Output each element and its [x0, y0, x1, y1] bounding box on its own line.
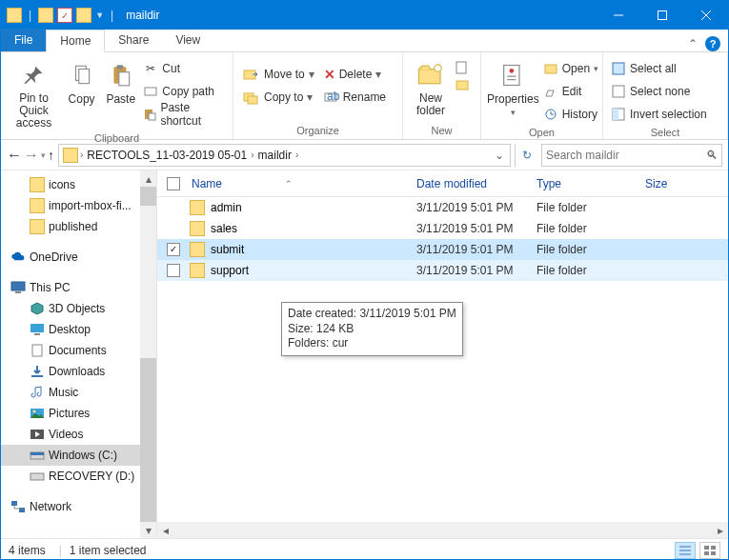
- paste-button[interactable]: Paste: [102, 56, 139, 106]
- tab-view[interactable]: View: [162, 29, 213, 51]
- ribbon: Pin to Quick access Copy Paste ✂Cut Copy…: [1, 52, 728, 140]
- easy-access-icon[interactable]: [455, 77, 470, 92]
- chevron-down-icon: ▾: [309, 68, 314, 81]
- col-name-header[interactable]: Name⌃: [190, 177, 416, 190]
- copy-path-button[interactable]: Copy path: [141, 81, 227, 102]
- select-none-icon: [611, 84, 626, 99]
- pin-to-quick-access-button[interactable]: Pin to Quick access: [7, 56, 61, 130]
- qa-check-icon[interactable]: ✓: [57, 8, 72, 23]
- tree-item[interactable]: Desktop: [1, 319, 140, 340]
- breadcrumb-part[interactable]: RECTOOLS_11-03-2019 05-01: [83, 149, 251, 162]
- address-bar[interactable]: › RECTOOLS_11-03-2019 05-01 › maildir › …: [58, 144, 511, 167]
- rename-button[interactable]: abRename: [320, 87, 390, 108]
- cut-button[interactable]: ✂Cut: [141, 58, 227, 79]
- drive-icon: [30, 469, 45, 484]
- col-type-header[interactable]: Type: [537, 177, 645, 190]
- tree-item[interactable]: published: [1, 216, 140, 237]
- tree-item[interactable]: RECOVERY (D:): [1, 466, 140, 487]
- copy-to-icon: [243, 89, 260, 106]
- svg-rect-49: [711, 546, 716, 550]
- group-new-label: New: [403, 123, 480, 139]
- scroll-left-icon[interactable]: ◂: [157, 522, 173, 538]
- scroll-down-icon[interactable]: ▾: [140, 522, 156, 538]
- tree-item[interactable]: icons: [1, 174, 140, 195]
- tree-item[interactable]: Music: [1, 382, 140, 403]
- table-row[interactable]: support 3/11/2019 5:01 PM File folder: [157, 260, 728, 281]
- collapse-ribbon-icon[interactable]: ⌃: [688, 37, 698, 50]
- search-icon: 🔍︎: [706, 149, 718, 162]
- select-all-icon: [611, 61, 626, 76]
- tab-file[interactable]: File: [1, 29, 46, 51]
- column-headers: Name⌃ Date modified Type Size: [157, 170, 728, 197]
- new-item-icon[interactable]: [455, 60, 470, 75]
- nav-tree[interactable]: icons import-mbox-fi... published OneDri…: [1, 170, 140, 538]
- invert-selection-button[interactable]: Invert selection: [609, 104, 709, 125]
- copy-to-button[interactable]: Copy to▾: [239, 87, 318, 108]
- svg-rect-31: [11, 282, 25, 290]
- tree-item-selected[interactable]: Windows (C:): [1, 445, 140, 466]
- svg-rect-43: [11, 501, 17, 506]
- col-size-header[interactable]: Size: [645, 177, 728, 190]
- delete-button[interactable]: ✕Delete▾: [320, 64, 390, 85]
- folder-icon: [7, 8, 22, 23]
- row-checkbox[interactable]: [167, 243, 180, 256]
- tree-onedrive[interactable]: OneDrive: [1, 247, 140, 268]
- svg-rect-11: [149, 113, 155, 120]
- chevron-right-icon[interactable]: ›: [295, 150, 298, 160]
- back-button[interactable]: ←: [7, 147, 22, 164]
- scroll-right-icon[interactable]: ▸: [712, 522, 728, 538]
- table-row[interactable]: sales 3/11/2019 5:01 PM File folder: [157, 218, 728, 239]
- details-view-button[interactable]: [675, 542, 696, 559]
- select-none-button[interactable]: Select none: [609, 81, 709, 102]
- scroll-up-icon[interactable]: ▴: [140, 170, 156, 187]
- separator-icon: |: [29, 9, 31, 22]
- tree-item[interactable]: Pictures: [1, 403, 140, 424]
- thumbnails-view-button[interactable]: [699, 542, 720, 559]
- forward-button[interactable]: →: [24, 147, 39, 164]
- edit-button[interactable]: Edit: [541, 81, 600, 102]
- scissors-icon: ✂: [143, 61, 158, 76]
- table-row[interactable]: admin 3/11/2019 5:01 PM File folder: [157, 197, 728, 218]
- row-checkbox[interactable]: [167, 264, 180, 277]
- new-folder-button[interactable]: New folder: [409, 56, 453, 117]
- tree-network[interactable]: Network: [1, 496, 140, 517]
- svg-rect-1: [658, 11, 667, 20]
- ribbon-tabs: File Home Share View ⌃ ?: [1, 30, 728, 52]
- tree-item[interactable]: Videos: [1, 424, 140, 445]
- breadcrumb-part[interactable]: maildir: [254, 149, 295, 162]
- address-dropdown-icon[interactable]: ⌄: [495, 149, 508, 162]
- select-all-button[interactable]: Select all: [609, 58, 709, 79]
- svg-rect-25: [545, 65, 557, 73]
- tree-this-pc[interactable]: This PC: [1, 277, 140, 298]
- table-row-selected[interactable]: submit 3/11/2019 5:01 PM File folder: [157, 239, 728, 260]
- open-button[interactable]: Open▾: [541, 58, 600, 79]
- chevron-down-icon[interactable]: ▼: [95, 10, 104, 20]
- maximize-button[interactable]: [640, 1, 684, 30]
- pc-icon: [10, 280, 26, 295]
- tree-item[interactable]: 3D Objects: [1, 298, 140, 319]
- paste-shortcut-button[interactable]: Paste shortcut: [141, 104, 227, 125]
- copy-button[interactable]: Copy: [63, 56, 100, 106]
- history-button[interactable]: History: [541, 104, 600, 125]
- tree-item[interactable]: import-mbox-fi...: [1, 195, 140, 216]
- select-all-checkbox[interactable]: [167, 177, 180, 190]
- svg-rect-34: [34, 333, 40, 335]
- up-button[interactable]: ↑: [48, 148, 54, 163]
- tab-share[interactable]: Share: [105, 29, 162, 51]
- tree-item[interactable]: Documents: [1, 340, 140, 361]
- col-date-header[interactable]: Date modified: [416, 177, 537, 190]
- minimize-button[interactable]: [597, 1, 640, 30]
- recent-locations-button[interactable]: ▾: [41, 150, 46, 160]
- move-to-button[interactable]: Move to▾: [239, 64, 318, 85]
- search-input[interactable]: Search maildir 🔍︎: [541, 144, 722, 167]
- close-button[interactable]: [684, 1, 728, 30]
- tree-scrollbar[interactable]: ▴ ▾: [140, 170, 156, 538]
- svg-rect-42: [30, 473, 44, 480]
- refresh-button[interactable]: ↻: [515, 144, 537, 167]
- tab-home[interactable]: Home: [46, 30, 105, 52]
- properties-button[interactable]: Properties ▾: [487, 56, 539, 117]
- tree-item[interactable]: Downloads: [1, 361, 140, 382]
- horizontal-scrollbar[interactable]: ◂ ▸: [157, 522, 728, 538]
- help-icon[interactable]: ?: [705, 36, 720, 51]
- navigation-bar: ← → ▾ ↑ › RECTOOLS_11-03-2019 05-01 › ma…: [1, 140, 728, 170]
